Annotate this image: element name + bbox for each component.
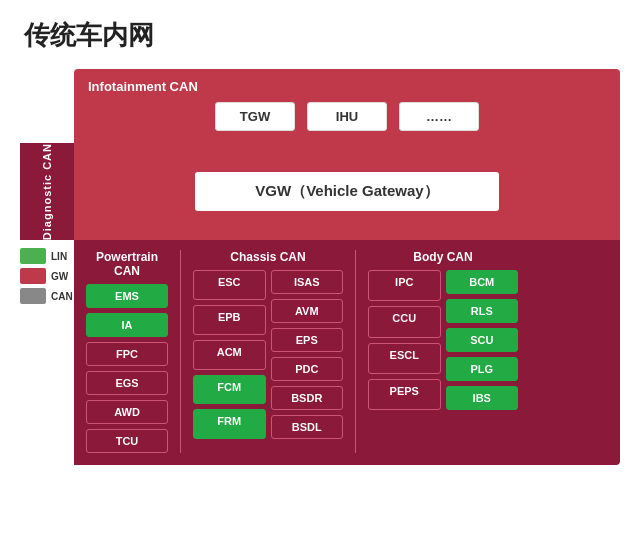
node-eps: EPS [271, 328, 344, 352]
legend-text-gw: GW [51, 271, 68, 282]
legend-text-lin: LIN [51, 251, 67, 262]
node-awd: AWD [86, 400, 168, 424]
node-frm: FRM [193, 409, 266, 439]
buses-container: Powertrain CAN EMS IA FPC EGS AWD TCU Ch… [74, 240, 620, 465]
node-egs: EGS [86, 371, 168, 395]
divider-1 [180, 250, 181, 453]
chassis-col2: ISAS AVM EPS PDC BSDR BSDL [271, 270, 344, 439]
vgw-label: VGW（Vehicle Gateway） [195, 172, 498, 211]
infotainment-boxes: TGW IHU …… [88, 102, 606, 131]
diagnostic-label: Diagnostic CAN [41, 143, 53, 240]
legend-color-lin [20, 248, 46, 264]
chassis-inner: ESC EPB ACM FCM FRM ISAS AVM EPS PDC BSD… [193, 270, 343, 439]
node-avm: AVM [271, 299, 344, 323]
node-ems: EMS [86, 284, 168, 308]
node-bcm: BCM [446, 270, 519, 294]
infotainment-row: Infotainment CAN TGW IHU …… [74, 69, 620, 143]
node-tcu: TCU [86, 429, 168, 453]
legend-color-gw [20, 268, 46, 284]
node-isas: ISAS [271, 270, 344, 294]
node-rls: RLS [446, 299, 519, 323]
infotainment-label: Infotainment CAN [88, 79, 606, 94]
node-epb: EPB [193, 305, 266, 335]
node-pdc: PDC [271, 357, 344, 381]
diagram: Infotainment CAN TGW IHU …… Diagnostic C… [20, 69, 620, 465]
node-dots: …… [399, 102, 479, 131]
chassis-col1: ESC EPB ACM FCM FRM [193, 270, 266, 439]
divider-2 [355, 250, 356, 453]
vgw-box: VGW（Vehicle Gateway） [74, 143, 620, 240]
legend-gw: GW [20, 268, 74, 284]
node-ccu: CCU [368, 306, 441, 337]
chassis-title: Chassis CAN [193, 250, 343, 264]
node-acm: ACM [193, 340, 266, 370]
body-col2: BCM RLS SCU PLG IBS [446, 270, 519, 410]
node-peps: PEPS [368, 379, 441, 410]
legend-lin: LIN [20, 248, 74, 264]
legend-color-can [20, 288, 46, 304]
legend-can: CAN [20, 288, 74, 304]
body-inner: IPC CCU ESCL PEPS BCM RLS SCU PLG IBS [368, 270, 518, 410]
node-bsdr: BSDR [271, 386, 344, 410]
node-plg: PLG [446, 357, 519, 381]
node-ipc: IPC [368, 270, 441, 301]
node-ibs: IBS [446, 386, 519, 410]
node-escl: ESCL [368, 343, 441, 374]
page: 传统车内网 Infotainment CAN TGW IHU …… Diagno… [0, 0, 640, 485]
legend: LIN GW CAN [20, 240, 74, 465]
node-esc: ESC [193, 270, 266, 300]
node-scu: SCU [446, 328, 519, 352]
body-title: Body CAN [368, 250, 518, 264]
node-ia: IA [86, 313, 168, 337]
body-section: Body CAN IPC CCU ESCL PEPS BCM RLS SCU [368, 250, 518, 453]
node-fpc: FPC [86, 342, 168, 366]
node-fcm: FCM [193, 375, 266, 405]
vgw-wrapper: Diagnostic CAN VGW（Vehicle Gateway） [20, 143, 620, 240]
page-title: 传统车内网 [24, 18, 620, 53]
body-col1: IPC CCU ESCL PEPS [368, 270, 441, 410]
powertrain-section: Powertrain CAN EMS IA FPC EGS AWD TCU [86, 250, 168, 453]
bottom-section: LIN GW CAN Powertrain CAN EMS [20, 240, 620, 465]
chassis-section: Chassis CAN ESC EPB ACM FCM FRM ISAS AVM [193, 250, 343, 453]
powertrain-title: Powertrain CAN [86, 250, 168, 278]
powertrain-boxes: EMS IA FPC EGS AWD TCU [86, 284, 168, 453]
node-tgw: TGW [215, 102, 295, 131]
node-bsdl: BSDL [271, 415, 344, 439]
diagnostic-label-wrap: Diagnostic CAN [20, 143, 74, 240]
legend-text-can: CAN [51, 291, 73, 302]
node-ihu: IHU [307, 102, 387, 131]
